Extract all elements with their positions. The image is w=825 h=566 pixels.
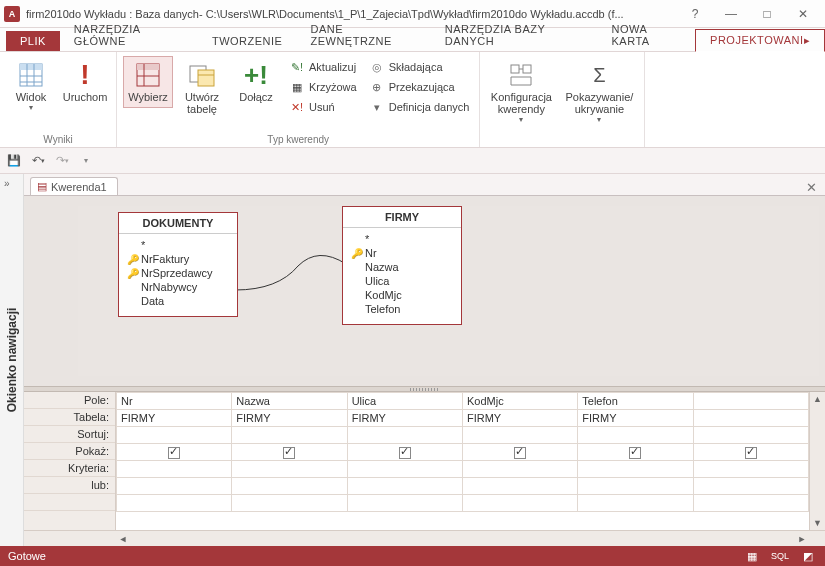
- tab-home[interactable]: NARZĘDZIA GŁÓWNE: [60, 19, 198, 51]
- grid-cell-sortuj[interactable]: [232, 427, 347, 444]
- przekazujaca-button[interactable]: ⊕Przekazująca: [365, 78, 474, 96]
- diagram-pane[interactable]: DOKUMENTY * 🔑NrFaktury 🔑NrSprzedawcy NrN…: [24, 196, 825, 386]
- restore-button[interactable]: □: [749, 3, 785, 25]
- grid-cell-kryteria[interactable]: [232, 461, 347, 478]
- grid-cell-pole[interactable]: Nazwa: [232, 393, 347, 410]
- pokazywanie-button[interactable]: Σ Pokazywanie/ ukrywanie ▾: [560, 56, 638, 129]
- scroll-down-icon[interactable]: ▼: [810, 516, 825, 530]
- grid-cell-blank[interactable]: [347, 495, 462, 512]
- usun-button[interactable]: ✕!Usuń: [285, 98, 361, 116]
- grid-cell-tabela[interactable]: FIRMY: [347, 410, 462, 427]
- show-checkbox[interactable]: [745, 447, 757, 459]
- grid-cell-sortuj[interactable]: [117, 427, 232, 444]
- grid-vertical-scrollbar[interactable]: ▲ ▼: [809, 392, 825, 530]
- aktualizuj-button[interactable]: ✎!Aktualizuj: [285, 58, 361, 76]
- field-star[interactable]: *: [351, 232, 453, 246]
- field-nazwa[interactable]: Nazwa: [351, 260, 453, 274]
- field-nrsprzed[interactable]: 🔑NrSprzedawcy: [127, 266, 229, 280]
- field-ulica[interactable]: Ulica: [351, 274, 453, 288]
- grid-cell-sortuj[interactable]: [347, 427, 462, 444]
- grid-cell-pokaz[interactable]: [232, 444, 347, 461]
- grid-cell-blank[interactable]: [117, 495, 232, 512]
- grid-horizontal-scrollbar[interactable]: ◄ ►: [24, 530, 825, 546]
- doc-tab-kwerenda1[interactable]: ▤ Kwerenda1: [30, 177, 118, 195]
- grid-columns[interactable]: NrNazwaUlicaKodMjcTelefonFIRMYFIRMYFIRMY…: [116, 392, 809, 530]
- grid-cell-blank[interactable]: [462, 495, 577, 512]
- widok-button[interactable]: Widok ▾: [6, 56, 56, 117]
- field-data[interactable]: Data: [127, 294, 229, 308]
- utworz-tabele-button[interactable]: Utwórz tabelę: [177, 56, 227, 120]
- uruchom-button[interactable]: ! Uruchom: [60, 56, 110, 108]
- qat-customize-icon[interactable]: ▾: [78, 153, 94, 169]
- grid-cell-tabela[interactable]: FIRMY: [232, 410, 347, 427]
- grid-cell-kryteria[interactable]: [578, 461, 693, 478]
- field-star[interactable]: *: [127, 238, 229, 252]
- grid-cell-sortuj[interactable]: [578, 427, 693, 444]
- show-checkbox[interactable]: [629, 447, 641, 459]
- datasheet-view-status-icon[interactable]: ▦: [743, 550, 761, 563]
- grid-cell-lub[interactable]: [462, 478, 577, 495]
- definicja-button[interactable]: ▾Definicja danych: [365, 98, 474, 116]
- wybierz-button[interactable]: Wybierz: [123, 56, 173, 108]
- tab-create[interactable]: TWORZENIE: [198, 31, 297, 51]
- grid-cell-kryteria[interactable]: [117, 461, 232, 478]
- grid-cell-kryteria[interactable]: [693, 461, 808, 478]
- grid-cell-tabela[interactable]: FIRMY: [462, 410, 577, 427]
- grid-cell-pole[interactable]: Nr: [117, 393, 232, 410]
- grid-cell-blank[interactable]: [232, 495, 347, 512]
- grid-cell-lub[interactable]: [117, 478, 232, 495]
- show-checkbox[interactable]: [283, 447, 295, 459]
- tab-database-tools[interactable]: NARZĘDZIA BAZY DANYCH: [431, 19, 598, 51]
- grid-cell-pole[interactable]: KodMjc: [462, 393, 577, 410]
- skladajaca-button[interactable]: ◎Składająca: [365, 58, 474, 76]
- tab-new[interactable]: Nowa karta: [598, 19, 696, 51]
- grid-cell-tabela[interactable]: FIRMY: [578, 410, 693, 427]
- redo-icon[interactable]: ↷▾: [54, 153, 70, 169]
- grid-cell-pokaz[interactable]: [462, 444, 577, 461]
- konfiguracja-button[interactable]: Konfiguracja kwerendy ▾: [486, 56, 556, 129]
- grid-cell-blank[interactable]: [578, 495, 693, 512]
- grid-cell-pokaz[interactable]: [347, 444, 462, 461]
- design-view-status-icon[interactable]: ◩: [799, 550, 817, 563]
- grid-cell-pokaz[interactable]: [578, 444, 693, 461]
- grid-cell-lub[interactable]: [578, 478, 693, 495]
- save-icon[interactable]: 💾: [6, 153, 22, 169]
- grid-cell-lub[interactable]: [232, 478, 347, 495]
- grid-cell-pole[interactable]: Ulica: [347, 393, 462, 410]
- close-tab-button[interactable]: ✕: [806, 180, 817, 195]
- grid-cell-kryteria[interactable]: [462, 461, 577, 478]
- grid-cell-tabela[interactable]: [693, 410, 808, 427]
- field-nr[interactable]: 🔑Nr: [351, 246, 453, 260]
- navigation-pane[interactable]: » Okienko nawigacji: [0, 174, 24, 546]
- close-button[interactable]: ✕: [785, 3, 821, 25]
- field-nrfaktury[interactable]: 🔑NrFaktury: [127, 252, 229, 266]
- grid-cell-tabela[interactable]: FIRMY: [117, 410, 232, 427]
- dolacz-button[interactable]: +! Dołącz: [231, 56, 281, 108]
- grid-cell-pole[interactable]: [693, 393, 808, 410]
- table-firmy[interactable]: FIRMY * 🔑Nr Nazwa Ulica KodMjc Telefon: [342, 206, 462, 325]
- show-checkbox[interactable]: [399, 447, 411, 459]
- grid-cell-pokaz[interactable]: [117, 444, 232, 461]
- scroll-up-icon[interactable]: ▲: [810, 392, 825, 406]
- krzyzowa-button[interactable]: ▦Krzyżowa: [285, 78, 361, 96]
- minimize-button[interactable]: —: [713, 3, 749, 25]
- tab-design[interactable]: PROJEKTOWANI▸: [695, 29, 825, 52]
- table-dokumenty[interactable]: DOKUMENTY * 🔑NrFaktury 🔑NrSprzedawcy NrN…: [118, 212, 238, 317]
- grid-cell-lub[interactable]: [347, 478, 462, 495]
- scroll-left-icon[interactable]: ◄: [116, 534, 130, 544]
- show-checkbox[interactable]: [168, 447, 180, 459]
- grid-cell-sortuj[interactable]: [462, 427, 577, 444]
- field-telefon[interactable]: Telefon: [351, 302, 453, 316]
- grid-cell-lub[interactable]: [693, 478, 808, 495]
- scroll-right-icon[interactable]: ►: [795, 534, 809, 544]
- field-kodmjc[interactable]: KodMjc: [351, 288, 453, 302]
- tab-external-data[interactable]: DANE ZEWNĘTRZNE: [296, 19, 430, 51]
- grid-cell-pokaz[interactable]: [693, 444, 808, 461]
- field-nrnabywcy[interactable]: NrNabywcy: [127, 280, 229, 294]
- expand-navpane-icon[interactable]: »: [4, 178, 10, 189]
- grid-cell-kryteria[interactable]: [347, 461, 462, 478]
- sql-view-status-icon[interactable]: SQL: [771, 551, 789, 561]
- grid-cell-blank[interactable]: [693, 495, 808, 512]
- tab-file[interactable]: PLIK: [6, 31, 60, 51]
- undo-icon[interactable]: ↶▾: [30, 153, 46, 169]
